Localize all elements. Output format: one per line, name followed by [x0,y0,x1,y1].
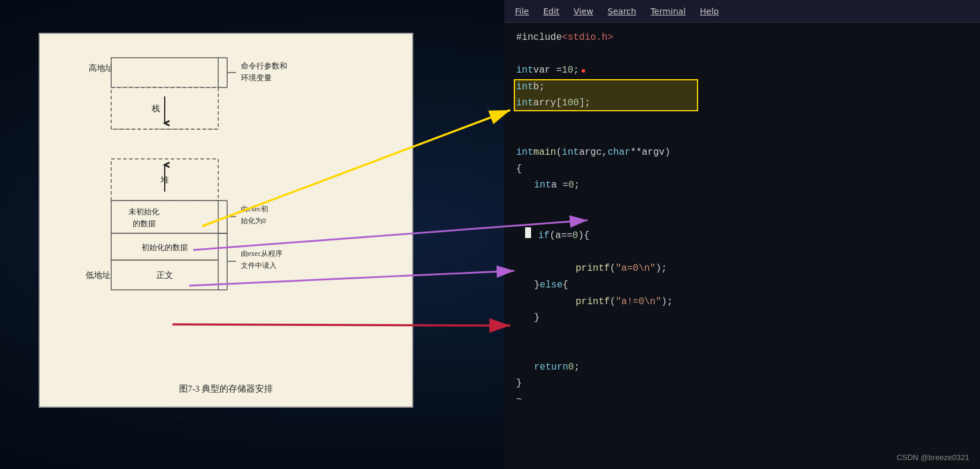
argv: **argv) [630,145,670,161]
code-line-1: #include <stdio.h> [516,30,980,46]
str-aneq0: "a!=0\n" [615,295,661,310]
code-line-20 [516,343,980,359]
code-line-15: printf("a=0\n"); [516,261,980,277]
close-bracket: ]; [579,96,590,111]
num-0-ret: 0 [568,360,574,376]
code-line-7 [516,129,980,145]
svg-text:的数据: 的数据 [133,219,156,228]
fn-printf-2: printf [576,295,610,310]
kw-int-a: int [534,178,551,193]
printf-1-open: ( [610,261,616,277]
code-line-17: printf("a!=0\n"); [516,294,980,311]
menu-terminal[interactable]: Terminal [651,7,686,16]
close-brace-if: } [534,278,540,293]
kw-if: if [538,229,549,244]
code-line-14 [516,245,980,261]
code-line-11 [516,194,980,211]
var-b: b; [533,80,545,95]
semicolon-a: ; [574,178,580,193]
kw-else: else [540,278,563,293]
code-include: #include [516,30,562,46]
num-100: 100 [562,96,579,111]
close-brace-main: } [516,376,522,392]
var-arry: arry[ [533,96,562,111]
code-stdio: <stdio.h> [562,30,613,46]
code-line-8: int main(int argc, char **argv) [516,145,980,161]
memory-layout-svg: 高地址 命令行参数和 环境变量 栈 堆 未初始化 的 [52,40,385,373]
else-brace: { [563,278,568,293]
diagram-caption: 图7-3 典型的存储器安排 [179,383,274,395]
str-a0: "a=0\n" [615,261,655,277]
kw-int-argc: int [562,145,579,161]
kw-int-3: int [516,96,533,111]
fn-printf-1: printf [576,261,610,277]
code-line-9: { [516,161,980,178]
close-brace-else: } [534,311,540,326]
num-0-if: 0 [573,229,579,244]
kw-int-main: int [516,145,533,161]
svg-rect-14 [111,201,218,233]
printf-2-open: ( [610,295,616,310]
svg-text:由exec初: 由exec初 [241,205,268,213]
code-line-19 [516,327,980,343]
svg-text:低地址: 低地址 [86,271,111,280]
var-name-1: var = [533,63,562,79]
printf-1-close: ); [655,261,667,277]
fn-main: main [533,145,556,161]
num-0-a: 0 [568,178,574,193]
if-brace: ){ [578,229,589,244]
code-line-16: }else{ [516,277,980,294]
svg-text:正文: 正文 [156,271,173,280]
diagram-inner: 高地址 命令行参数和 环境变量 栈 堆 未初始化 的 [40,34,412,407]
highlighted-block: int b; int arry[100]; [516,79,980,112]
kw-char: char [608,145,630,161]
code-line-10: int a = 0; [516,177,980,194]
cursor-dot [582,69,585,73]
var-a: a = [551,178,568,193]
semicolon-ret: ; [574,360,580,376]
main-params: ( [556,145,562,161]
svg-text:命令行参数和: 命令行参数和 [241,61,287,70]
menu-file[interactable]: File [515,7,529,16]
high-addr-label: 高地址 [89,64,114,73]
menu-edit[interactable]: Edit [543,7,559,16]
svg-text:初始化的数据: 初始化的数据 [142,243,188,252]
cursor-block [525,227,531,238]
code-line-18: } [516,310,980,327]
kw-int-2: int [516,80,533,95]
svg-rect-0 [111,58,218,87]
svg-text:栈: 栈 [151,104,160,113]
svg-text:始化为0: 始化为0 [241,217,266,225]
menu-search[interactable]: Search [608,7,636,16]
open-brace-main: { [516,162,522,177]
code-line-3: int var = 10; [516,62,980,79]
code-area: #include <stdio.h> int var = 10; int b; … [504,23,980,416]
code-line-5: int arry[100]; [516,95,980,112]
code-line-12 [516,211,980,227]
argc: argc, [579,145,608,161]
code-line-22: } [516,376,980,392]
code-line-4: int b; [516,79,980,96]
memory-diagram-panel: 高地址 命令行参数和 环境变量 栈 堆 未初始化 的 [39,33,413,408]
code-line-21: return 0; [516,359,980,376]
svg-text:由exec从程序: 由exec从程序 [241,249,282,258]
menu-help[interactable]: Help [700,7,719,16]
code-line-2 [516,46,980,63]
menu-view[interactable]: View [574,7,593,16]
code-line-6 [516,112,980,129]
printf-2-close: ); [661,295,673,310]
tilde: ~ [516,393,522,408]
svg-text:环境变量: 环境变量 [241,73,272,82]
kw-return: return [534,360,568,376]
kw-int-1: int [516,63,533,79]
editor-panel: File Edit View Search Terminal Help #inc… [504,0,980,469]
semicolon-1: ; [573,63,579,79]
if-cond: (a== [549,229,572,244]
code-line-23: ~ [516,392,980,409]
num-10: 10 [562,63,573,79]
watermark: CSDN @breeze0321 [897,453,969,462]
menubar: File Edit View Search Terminal Help [504,0,980,23]
svg-text:未初始化: 未初始化 [128,207,159,216]
code-line-13: if(a==0){ [516,227,980,245]
svg-text:文件中读入: 文件中读入 [241,261,277,270]
